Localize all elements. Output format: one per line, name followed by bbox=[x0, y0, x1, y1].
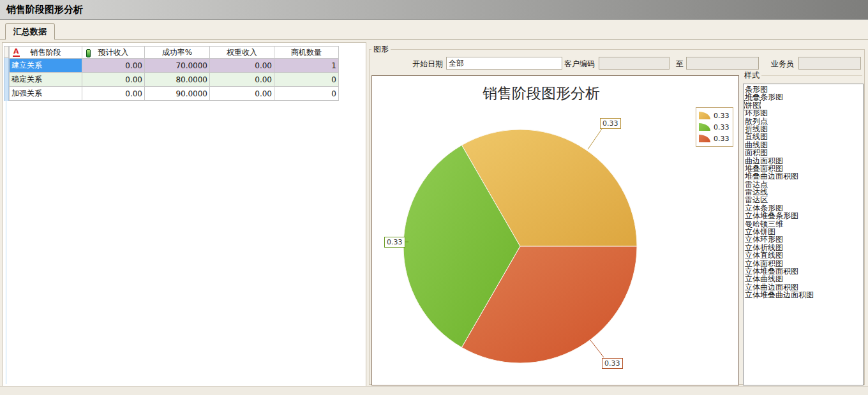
weighted-revenue-cell[interactable]: 0.00 bbox=[210, 59, 274, 73]
chart-style-listbox: 条形图堆叠条形图饼图环形图散列点折线图直线图曲线图面积图曲边面积图堆叠面积图堆叠… bbox=[743, 84, 864, 385]
legend-swatch-icon bbox=[699, 135, 710, 142]
tabstrip-divider bbox=[0, 39, 868, 40]
expected-revenue-cell[interactable]: 0.00 bbox=[82, 87, 145, 101]
tab-label: 汇总数据 bbox=[13, 27, 47, 36]
legend-swatch-icon bbox=[699, 112, 710, 119]
legend-value: 0.33 bbox=[714, 123, 730, 131]
leader-line bbox=[588, 129, 602, 149]
sort-a-icon: A bbox=[13, 48, 20, 57]
column-header-success-rate[interactable]: 成功率% bbox=[145, 47, 210, 59]
opportunity-count-cell[interactable]: 1 bbox=[274, 59, 339, 73]
grid-corner-cell bbox=[4, 46, 9, 58]
table-row[interactable]: 建立关系 0.00 70.0000 0.00 1 bbox=[10, 59, 339, 73]
grid-left-edge-line bbox=[6, 101, 6, 384]
stage-cell[interactable]: 加强关系 bbox=[10, 87, 82, 101]
salesperson-label: 业务员 bbox=[771, 57, 794, 70]
customer-code-to-input[interactable] bbox=[686, 57, 759, 70]
footer-strip bbox=[0, 386, 868, 395]
stage-cell[interactable]: 稳定关系 bbox=[10, 73, 82, 87]
table-row[interactable]: 稳定关系 0.00 80.0000 0.00 0 bbox=[10, 73, 339, 87]
legend-item: 0.33 bbox=[699, 133, 730, 144]
column-header-opportunity-count[interactable]: 商机数量 bbox=[274, 47, 339, 59]
expected-revenue-cell[interactable]: 0.00 bbox=[82, 73, 145, 87]
field-indicator-icon bbox=[86, 49, 91, 57]
column-label: 商机数量 bbox=[291, 48, 322, 57]
success-rate-cell[interactable]: 90.0000 bbox=[145, 87, 210, 101]
graph-groupbox: 图形 开始日期 客户编码 至 业务员 销售阶段图形分析 0.33 0.33 0.… bbox=[369, 49, 865, 385]
summary-grid-panel: A 销售阶段 预计收入 成功率% 权重收入 商机数量 建立关系 0.00 70.… bbox=[2, 42, 366, 387]
chart-panel: 销售阶段图形分析 0.33 0.33 0.33 0.33 0.33 0.33 bbox=[371, 75, 739, 385]
legend-swatch-icon bbox=[699, 123, 710, 131]
customer-code-label: 客户编码 bbox=[564, 57, 595, 70]
summary-table: A 销售阶段 预计收入 成功率% 权重收入 商机数量 建立关系 0.00 70.… bbox=[9, 46, 339, 101]
column-label: 成功率% bbox=[162, 48, 192, 57]
expected-revenue-cell[interactable]: 0.00 bbox=[82, 59, 145, 73]
style-groupbox-label: 样式 bbox=[743, 70, 761, 81]
stage-cell-selected[interactable]: 建立关系 bbox=[10, 59, 82, 73]
customer-code-input[interactable] bbox=[599, 57, 670, 70]
column-label: 销售阶段 bbox=[31, 48, 61, 57]
legend-value: 0.33 bbox=[714, 112, 730, 120]
success-rate-cell[interactable]: 80.0000 bbox=[145, 73, 210, 87]
table-row[interactable]: 加强关系 0.00 90.0000 0.00 0 bbox=[10, 87, 339, 101]
opportunity-count-cell[interactable]: 0 bbox=[274, 73, 339, 87]
slice-value-label: 0.33 bbox=[600, 118, 621, 129]
success-rate-cell[interactable]: 70.0000 bbox=[145, 59, 210, 73]
window-title: 销售阶段图形分析 bbox=[6, 4, 83, 16]
pie-chart bbox=[372, 76, 738, 385]
weighted-revenue-cell[interactable]: 0.00 bbox=[210, 87, 274, 101]
window-titlebar: 销售阶段图形分析 bbox=[0, 0, 868, 20]
chart-title: 销售阶段图形分析 bbox=[372, 84, 710, 103]
to-label: 至 bbox=[676, 57, 684, 70]
salesperson-input[interactable] bbox=[798, 57, 861, 70]
column-header-weighted-revenue[interactable]: 权重收入 bbox=[210, 47, 274, 59]
column-header-stage[interactable]: A 销售阶段 bbox=[10, 47, 82, 59]
style-option[interactable]: 立体堆叠曲边面积图 bbox=[745, 291, 863, 299]
leader-line bbox=[590, 340, 604, 357]
slice-value-label: 0.33 bbox=[384, 237, 405, 248]
table-header-row: A 销售阶段 预计收入 成功率% 权重收入 商机数量 bbox=[10, 47, 339, 59]
column-label: 权重收入 bbox=[227, 48, 257, 57]
slice-value-label: 0.33 bbox=[602, 358, 623, 369]
opportunity-count-cell[interactable]: 0 bbox=[274, 87, 339, 101]
weighted-revenue-cell[interactable]: 0.00 bbox=[210, 73, 274, 87]
style-option[interactable]: 堆叠条形图 bbox=[745, 93, 863, 101]
tab-summary-data[interactable]: 汇总数据 bbox=[5, 23, 55, 40]
legend-value: 0.33 bbox=[714, 135, 730, 143]
graph-groupbox-label: 图形 bbox=[371, 44, 391, 55]
legend-item: 0.33 bbox=[699, 110, 730, 121]
grid-row-indicator-column bbox=[4, 58, 9, 101]
chart-legend: 0.33 0.33 0.33 bbox=[696, 107, 733, 147]
start-date-label: 开始日期 bbox=[412, 57, 443, 70]
column-header-expected-revenue[interactable]: 预计收入 bbox=[82, 47, 145, 59]
legend-item: 0.33 bbox=[699, 121, 730, 133]
style-groupbox-rule bbox=[761, 75, 862, 76]
column-label: 预计收入 bbox=[98, 48, 129, 57]
start-date-input[interactable] bbox=[446, 57, 562, 70]
